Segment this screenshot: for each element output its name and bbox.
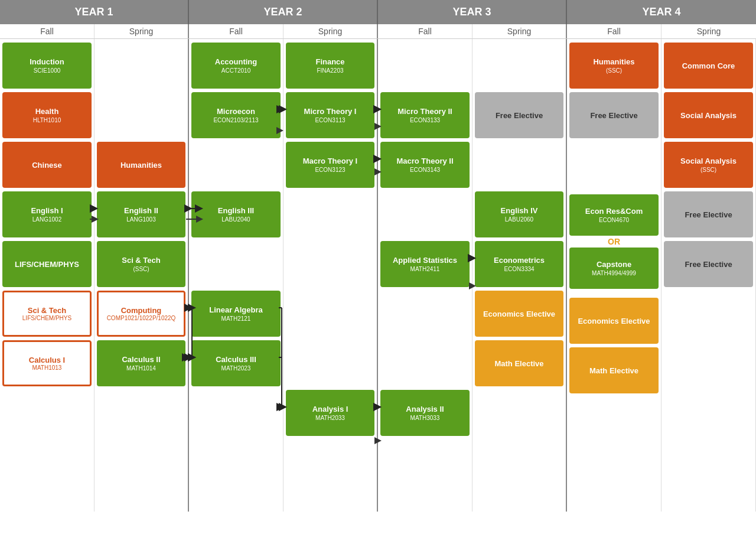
macrotheory2-card: Macro Theory II ECON3143 (380, 142, 470, 188)
y1-spring-col: Humanities English II LANG1003 Sci & Tec… (94, 39, 189, 512)
capstone-code: MATH4994/4999 (592, 270, 636, 276)
english1-label: English I (31, 206, 63, 215)
macrotheory2-code: ECON3143 (410, 167, 440, 173)
socialanalysis1-card: Social Analysis (664, 92, 753, 138)
year1-header: YEAR 1 (0, 0, 189, 24)
freeelective-y3s-label: Free Elective (496, 111, 543, 120)
analysis1-code: MATH2033 (315, 415, 345, 421)
scitech1-label: Sci & Tech (28, 306, 67, 315)
linalg-label: Linear Algebra (209, 305, 263, 314)
freeelective-y4f-card: Free Elective (569, 92, 659, 138)
freeelective-y4s2-label: Free Elective (685, 260, 732, 269)
finance-code: FINA2203 (317, 67, 343, 74)
y3-spring-col: Free Elective English IV LABU2060 Econom… (472, 39, 567, 512)
calc2-label: Calculus II (122, 355, 160, 364)
finance-label: Finance (315, 57, 344, 66)
freeelective-y4s1-card: Free Elective (664, 191, 753, 237)
econometrics-label: Econometrics (494, 256, 545, 265)
econelective-y4f-card: Economics Elective (569, 298, 659, 344)
english4-label: English IV (501, 206, 538, 215)
mathelective-y4f-card: Math Elective (569, 347, 659, 393)
scitech2-sub: (SSC) (133, 266, 149, 272)
y2fall-label: Fall (189, 24, 284, 38)
english3-code: LABU2040 (221, 216, 250, 223)
english4-code: LABU2060 (505, 216, 533, 223)
econelective-y3s-card: Economics Elective (475, 291, 563, 337)
commoncore-card: Common Core (664, 43, 753, 89)
y4spring-label: Spring (662, 24, 756, 38)
socialanalysis2-sub: (SSC) (700, 167, 716, 173)
calc1-label: Calculus I (29, 356, 65, 364)
accounting-code: ACCT2010 (221, 67, 250, 74)
humanities2-sub: (SSC) (606, 67, 622, 74)
econelective-y3s-label: Economics Elective (483, 310, 555, 318)
y1-fall-col: Induction SCIE1000 Health HLTH1010 Chine… (0, 39, 94, 512)
year2-header: YEAR 2 (189, 0, 378, 24)
calc1-code: MATH1013 (32, 364, 62, 371)
microtheory1-label: Micro Theory I (304, 107, 357, 116)
humanities2-card: Humanities (SSC) (569, 43, 659, 89)
chinese-label: Chinese (32, 161, 62, 170)
or-label: OR (608, 236, 620, 248)
macrotheory1-label: Macro Theory I (303, 157, 357, 165)
analysis2-code: MATH3033 (410, 415, 440, 421)
freeelective-y4s1-label: Free Elective (685, 210, 732, 219)
macrotheory1-card: Macro Theory I ECON3123 (286, 142, 374, 188)
humanities1-card: Humanities (97, 142, 185, 188)
y2spring-label: Spring (284, 24, 378, 38)
induction-card: Induction SCIE1000 (2, 43, 92, 89)
analysis1-card: Analysis I MATH2033 (286, 390, 374, 436)
english4-card: English IV LABU2060 (475, 191, 563, 237)
socialanalysis1-label: Social Analysis (680, 111, 737, 120)
linalg-card: Linear Algebra MATH2121 (191, 291, 281, 337)
appstats-card: Applied Statistics MATH2411 (380, 241, 470, 287)
mathelective-y3s-card: Math Elective (475, 340, 563, 386)
english2-card: English II LANG1003 (97, 191, 185, 237)
induction-code: SCIE1000 (34, 67, 61, 74)
microtheory1-code: ECON3113 (315, 117, 345, 123)
econrescom-code: ECON4670 (599, 217, 629, 223)
socialanalysis2-label: Social Analysis (680, 157, 737, 165)
capstone-card: Capstone MATH4994/4999 (569, 248, 659, 289)
appstats-code: MATH2411 (410, 266, 440, 272)
commoncore-label: Common Core (682, 61, 735, 70)
microtheory1-card: Micro Theory I ECON3113 (286, 92, 374, 138)
linalg-code: MATH2121 (221, 315, 251, 322)
analysis2-label: Analysis II (406, 405, 444, 413)
computing-code: COMP1021/1022P/1022Q (107, 315, 176, 321)
chinese-card: Chinese (2, 142, 92, 188)
microecon-code: ECON2103/2113 (213, 117, 258, 123)
scitech1-card: Sci & Tech LIFS/CHEM/PHYS (2, 291, 92, 337)
y4fall-label: Fall (567, 24, 662, 38)
freeelective-y4s2-card: Free Elective (664, 241, 753, 287)
scitech1-code: LIFS/CHEM/PHYS (22, 315, 71, 321)
calc3-code: MATH2023 (221, 365, 251, 372)
health-card: Health HLTH1010 (2, 92, 92, 138)
y4-spring-col: Common Core Social Analysis Social Analy… (662, 39, 756, 512)
freeelective-y3s-card: Free Elective (475, 92, 563, 138)
y2-fall-col: Accounting ACCT2010 Microecon ECON2103/2… (189, 39, 284, 512)
english2-code: LANG1003 (126, 216, 155, 223)
socialanalysis2-card: Social Analysis (SSC) (664, 142, 753, 188)
accounting-label: Accounting (215, 57, 258, 66)
y3fall-label: Fall (378, 24, 472, 38)
appstats-label: Applied Statistics (393, 256, 457, 265)
microtheory2-card: Micro Theory II ECON3133 (380, 92, 470, 138)
y2-spring-col: Finance FINA2203 Micro Theory I ECON3113… (284, 39, 378, 512)
calc3-label: Calculus III (216, 355, 256, 364)
calc1-card: Calculus I MATH1013 (2, 340, 92, 386)
year4-header: YEAR 4 (567, 0, 756, 24)
calc2-card: Calculus II MATH1014 (97, 340, 185, 386)
freeelective-y4f-label: Free Elective (590, 111, 637, 120)
econometrics-code: ECON3334 (504, 266, 534, 272)
econometrics-card: Econometrics ECON3334 (475, 241, 563, 287)
capstone-label: Capstone (597, 260, 631, 269)
y1spring-label: Spring (94, 24, 189, 38)
finance-card: Finance FINA2203 (286, 43, 374, 89)
english3-card: English III LABU2040 (191, 191, 281, 237)
y3-fall-col: Micro Theory II ECON3133 Macro Theory II… (378, 39, 472, 512)
econrescom-card: Econ Res&Com ECON4670 (569, 194, 659, 236)
analysis1-label: Analysis I (312, 405, 348, 413)
year3-header: YEAR 3 (378, 0, 567, 24)
english1-card: English I LANG1002 (2, 191, 92, 237)
